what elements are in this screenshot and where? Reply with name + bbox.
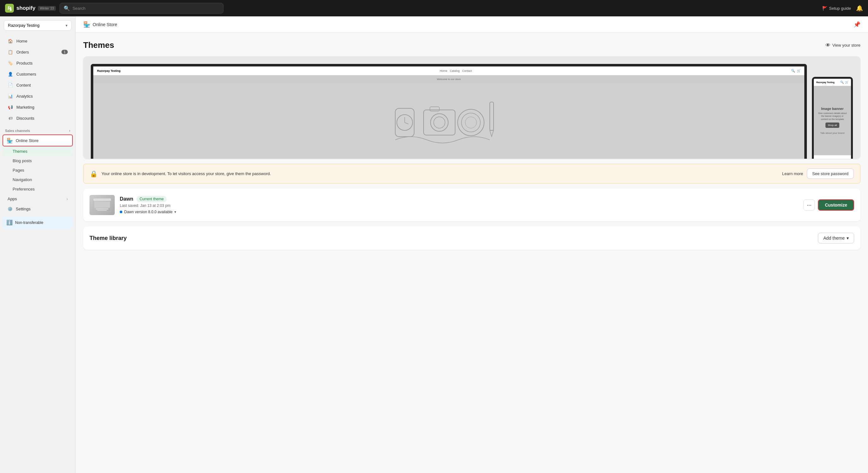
search-icon-preview: 🔍 — [791, 69, 795, 72]
theme-library-header: Theme library Add theme ▾ — [90, 233, 854, 243]
apps-expand-icon: › — [66, 197, 68, 201]
winter-badge: Winter '23 — [38, 6, 56, 11]
mobile-sub-description: Give customers details about the banner … — [817, 112, 847, 120]
sidebar-item-label: Discounts — [17, 116, 34, 121]
sidebar-subitem-blog-posts[interactable]: Blog posts — [2, 156, 73, 165]
version-dot — [120, 211, 122, 213]
nav-catalog: Catalog — [450, 69, 460, 72]
mobile-cart-icon: 🛒 — [845, 80, 848, 84]
add-theme-button[interactable]: Add theme ▾ — [818, 233, 854, 243]
mobile-store-name: Razorpay Testing — [816, 81, 835, 83]
desktop-store-name: Razorpay Testing — [97, 69, 120, 72]
non-transferable-text: Non-transferable — [15, 221, 43, 225]
store-selector[interactable]: Razorpay Testing ▾ — [4, 20, 71, 31]
settings-icon: ⚙️ — [7, 207, 12, 211]
mobile-shop-all-button[interactable]: Shop all — [826, 123, 840, 128]
sales-channels-label: Sales channels — [5, 129, 30, 133]
sidebar-item-apps[interactable]: Apps › — [2, 194, 73, 204]
info-icon: ℹ️ — [6, 219, 12, 226]
settings-label: Settings — [16, 207, 31, 211]
breadcrumb-icon: 🏪 — [83, 21, 90, 28]
search-icon: 🔍 — [64, 5, 70, 11]
desktop-welcome: Welcome to our store — [93, 75, 804, 83]
sidebar-item-label: Analytics — [17, 94, 33, 99]
mobile-banner-text: Image banner — [821, 107, 844, 110]
svg-point-5 — [431, 114, 448, 131]
pin-icon: 📌 — [854, 21, 861, 28]
marketing-icon: 📢 — [7, 104, 13, 110]
sidebar-item-orders[interactable]: 📋 Orders 1 — [2, 46, 73, 57]
sidebar-subitem-label: Blog posts — [12, 159, 32, 163]
store-name: Razorpay Testing — [8, 23, 39, 28]
dev-banner-message: Your online store is in development. To … — [101, 171, 778, 176]
nav-contact: Contact — [462, 69, 472, 72]
view-store-link[interactable]: 👁 View your store — [826, 42, 861, 48]
apps-label: Apps — [7, 197, 17, 201]
page-content: Themes 👁 View your store Razorpay Testin… — [75, 33, 868, 257]
sidebar-subitem-label: Navigation — [12, 177, 32, 182]
logo-text: shopify — [17, 5, 35, 11]
version-chevron-icon: ▾ — [174, 210, 176, 214]
sidebar-item-label: Online Store — [16, 138, 38, 143]
sidebar-item-customers[interactable]: 👤 Customers — [2, 69, 73, 79]
sidebar-subitem-label: Pages — [12, 168, 24, 173]
notifications-bell[interactable]: 🔔 — [856, 5, 863, 12]
svg-marker-12 — [490, 130, 494, 137]
theme-info: Dawn Current theme Last saved: Jan 13 at… — [120, 196, 798, 214]
sidebar-item-products[interactable]: 🏷️ Products — [2, 58, 73, 68]
main-layout: Razorpay Testing ▾ 🏠 Home 📋 Orders 1 🏷️ … — [0, 16, 868, 473]
sidebar-subitem-preferences[interactable]: Preferences — [2, 184, 73, 194]
desktop-preview-body — [93, 83, 804, 159]
theme-library-card: Theme library Add theme ▾ — [83, 227, 861, 250]
svg-rect-15 — [94, 202, 110, 208]
current-theme-card: Dawn Current theme Last saved: Jan 13 at… — [83, 189, 861, 222]
sidebar-item-settings[interactable]: ⚙️ Settings — [2, 204, 73, 214]
svg-rect-14 — [93, 198, 111, 201]
sidebar-subitem-themes[interactable]: Themes — [2, 147, 73, 156]
sidebar-item-label: Products — [17, 61, 32, 66]
sidebar-item-content[interactable]: 📄 Content — [2, 80, 73, 90]
sidebar-item-online-store[interactable]: 🏪 Online Store — [2, 134, 73, 146]
lock-icon: 🔒 — [90, 170, 98, 178]
sidebar-item-analytics[interactable]: 📊 Analytics — [2, 91, 73, 101]
orders-badge: 1 — [61, 50, 68, 54]
svg-rect-16 — [96, 208, 108, 209]
logo-area: shopify Winter '23 — [5, 4, 56, 12]
sidebar-item-marketing[interactable]: 📢 Marketing — [2, 102, 73, 112]
more-actions-button[interactable]: ··· — [803, 199, 815, 211]
theme-thumbnail-image — [90, 195, 115, 215]
setup-guide-button[interactable]: 🚩 Setup guide — [822, 6, 851, 11]
mobile-search-icon: 🔍 — [840, 80, 844, 84]
svg-line-3 — [405, 123, 408, 124]
search-input[interactable] — [72, 6, 219, 11]
customize-button[interactable]: Customize — [818, 199, 854, 211]
eye-icon: 👁 — [826, 42, 831, 48]
page-header: Themes 👁 View your store — [83, 40, 861, 50]
sales-channels-expand-icon: › — [69, 129, 70, 133]
theme-thumbnail — [90, 195, 115, 215]
learn-more-link[interactable]: Learn more — [782, 171, 803, 176]
sidebar-item-label: Content — [17, 83, 31, 88]
sidebar-item-home[interactable]: 🏠 Home — [2, 36, 73, 46]
flag-icon: 🚩 — [822, 6, 827, 11]
sidebar-item-label: Home — [17, 39, 27, 43]
sidebar-subitem-pages[interactable]: Pages — [2, 166, 73, 175]
mobile-preview: Razorpay Testing 🔍 🛒 Image banner Give c… — [812, 77, 853, 159]
sidebar-item-discounts[interactable]: 🏷 Discounts — [2, 113, 73, 124]
dawn-thumbnail-svg — [93, 197, 112, 213]
page-title: Themes — [83, 40, 114, 50]
add-theme-chevron-icon: ▾ — [846, 236, 849, 241]
non-transferable-banner: ℹ️ Non-transferable — [2, 216, 73, 229]
top-nav: shopify Winter '23 🔍 🚩 Setup guide 🔔 — [0, 0, 868, 16]
search-bar[interactable]: 🔍 — [60, 3, 223, 13]
sidebar: Razorpay Testing ▾ 🏠 Home 📋 Orders 1 🏷️ … — [0, 16, 75, 473]
content-area: 🏪 Online Store 📌 Themes 👁 View your stor… — [75, 16, 868, 473]
see-store-password-button[interactable]: See store password — [807, 168, 854, 179]
sidebar-subitem-navigation[interactable]: Navigation — [2, 175, 73, 184]
view-store-text: View your store — [832, 43, 861, 47]
nav-home: Home — [440, 69, 447, 72]
desktop-preview-header: Razorpay Testing Home Catalog Contact 🔍 … — [93, 66, 804, 75]
theme-saved-text: Last saved: Jan 13 at 2:03 pm — [120, 203, 798, 208]
sidebar-subitem-label: Themes — [12, 149, 27, 154]
dev-banner-actions: Learn more See store password — [782, 168, 854, 179]
